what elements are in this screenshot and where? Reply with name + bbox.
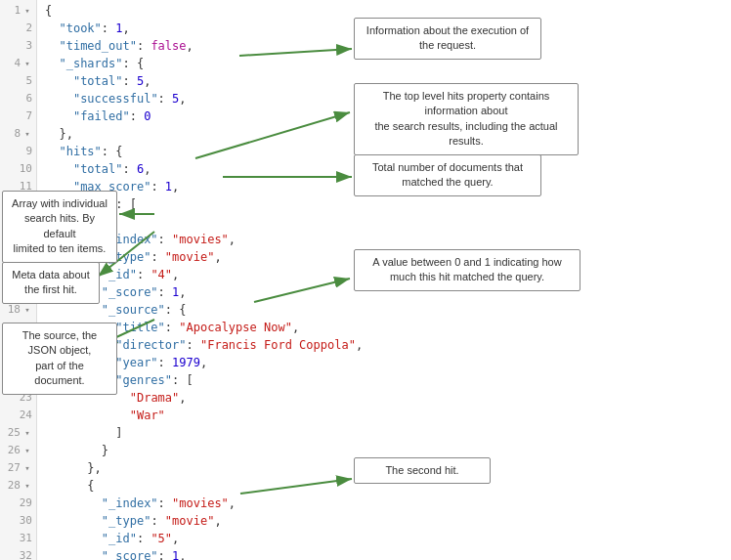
code-line-23: "Drama", (45, 389, 731, 407)
annotation-total-docs: Total number of documents thatmatched th… (354, 154, 541, 196)
main-container: 1 ▾ 2 3 4 ▾ 5 6 7 8 ▾ 9 10 11 12 13 ▾ 14… (0, 0, 731, 560)
collapse-4[interactable]: ▾ (22, 59, 32, 68)
line-25: 25 ▾ (0, 424, 32, 442)
code-line-22: "genres": [ (45, 371, 731, 389)
collapse-18[interactable]: ▾ (22, 305, 32, 315)
code-line-12: "hits": [ (45, 195, 731, 213)
line-26: 26 ▾ (0, 442, 32, 459)
annotation-top-level-hits: The top level hits property contains inf… (354, 83, 579, 155)
code-line-18: "_source": { (45, 301, 731, 319)
line-2: 2 (0, 20, 32, 37)
code-line-13: { (45, 213, 731, 231)
line-28: 28 ▾ (0, 477, 32, 495)
line-3: 3 (0, 37, 32, 55)
line-9: 9 (0, 143, 32, 160)
line-4: 4 ▾ (0, 55, 32, 72)
code-line-31: "_id": "5", (45, 530, 731, 547)
code-line-20: "director": "Francis Ford Coppola", (45, 336, 731, 354)
line-8: 8 ▾ (0, 125, 32, 143)
annotation-source-json: The source, the JSON object,part of the … (2, 323, 117, 395)
code-line-32: "_score": 1, (45, 547, 731, 560)
line-7: 7 (0, 108, 32, 125)
line-5: 5 (0, 72, 32, 90)
code-line-25: ] (45, 424, 731, 442)
annotation-value-01: A value between 0 and 1 indicating howmu… (354, 249, 580, 291)
collapse-1[interactable]: ▾ (22, 6, 32, 16)
code-line-19: "title": "Apocalypse Now", (45, 319, 731, 336)
annotation-meta-data: Meta data aboutthe first hit. (2, 262, 100, 304)
annotation-second-hit: The second hit. (354, 457, 491, 484)
code-line-21: "year": 1979, (45, 354, 731, 371)
line-6: 6 (0, 90, 32, 108)
code-line-29: "_index": "movies", (45, 495, 731, 512)
collapse-28[interactable]: ▾ (22, 481, 32, 491)
annotation-info-execution: Information about the execution of the r… (354, 18, 541, 60)
collapse-26[interactable]: ▾ (22, 446, 32, 455)
line-29: 29 (0, 495, 32, 512)
code-line-24: "War" (45, 407, 731, 424)
collapse-27[interactable]: ▾ (22, 463, 32, 473)
collapse-8[interactable]: ▾ (22, 129, 32, 139)
annotation-array-individual: Array with individualsearch hits. By def… (2, 191, 117, 263)
code-line-30: "_type": "movie", (45, 512, 731, 530)
line-10: 10 (0, 160, 32, 178)
line-32: 32 (0, 547, 32, 560)
line-27: 27 ▾ (0, 459, 32, 477)
line-30: 30 (0, 512, 32, 530)
collapse-25[interactable]: ▾ (22, 428, 32, 438)
code-line-14: "_index": "movies", (45, 231, 731, 248)
line-24: 24 (0, 407, 32, 424)
line-31: 31 (0, 530, 32, 547)
line-1: 1 ▾ (0, 2, 32, 20)
